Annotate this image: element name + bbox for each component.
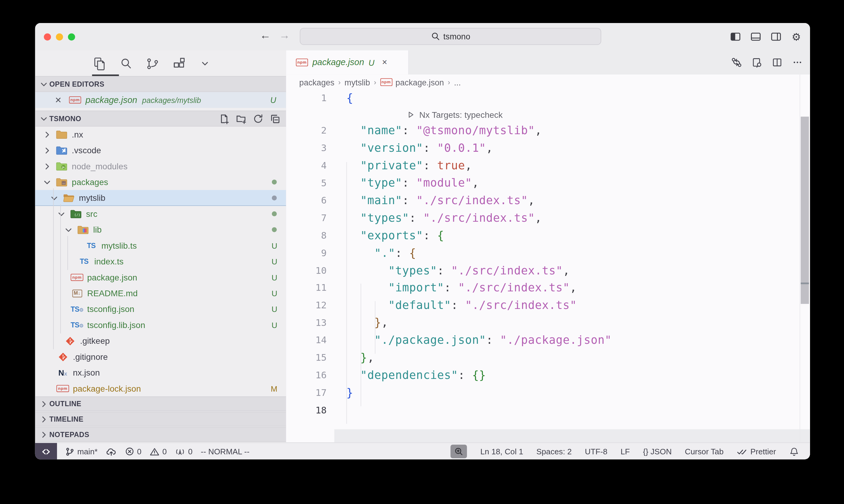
breadcrumb-item[interactable]: ... [454, 77, 461, 87]
tab-close-icon[interactable]: × [382, 57, 387, 68]
code-line-14[interactable]: 14 "./package.json": "./package.json" [286, 332, 810, 349]
code-line-5[interactable]: 5 "type": "module", [286, 175, 810, 192]
line-number: 6 [286, 192, 327, 210]
code-line-18[interactable]: 18 [286, 402, 810, 419]
tree-item-lib[interactable]: lib [35, 222, 286, 237]
status-zoom-plus[interactable] [451, 445, 467, 458]
tree-item-index-ts[interactable]: TSindex.tsU [35, 253, 286, 269]
new-file-button[interactable] [219, 113, 229, 124]
code-line-3[interactable]: 3 "version": "0.0.1", [286, 140, 810, 157]
status-git-branch[interactable]: main* [65, 447, 98, 456]
chevron-right-icon[interactable] [43, 130, 52, 139]
tree-item-tsconfig-json[interactable]: TS⚙tsconfig.jsonU [35, 301, 286, 317]
remote-indicator[interactable] [35, 443, 57, 460]
tree-item-tsconfig-lib-json[interactable]: TS⚙tsconfig.lib.jsonU [35, 317, 286, 333]
code-line-12[interactable]: 12 "default": "./src/index.ts" [286, 297, 810, 314]
code-line-8[interactable]: 8 "exports": { [286, 227, 810, 245]
status-ln-18-col-1[interactable]: Ln 18, Col 1 [480, 447, 523, 456]
tree-item-package-json[interactable]: npmpackage.jsonU [35, 269, 286, 285]
close-window-button[interactable] [44, 33, 51, 40]
chevron-down-icon[interactable] [43, 178, 52, 186]
forward-button[interactable]: → [277, 29, 292, 42]
breadcrumb-separator-icon: › [338, 78, 341, 86]
status-spaces-2[interactable]: Spaces: 2 [536, 447, 572, 456]
status-warning-triangle[interactable]: 0 [150, 447, 167, 456]
chevron-down-icon[interactable] [57, 209, 66, 218]
activity-explorer[interactable] [92, 55, 108, 71]
status-bell[interactable] [789, 447, 799, 456]
gear-button[interactable]: ⚙ [790, 31, 803, 43]
code-line-16[interactable]: 16 "dependencies": {} [286, 367, 810, 384]
timeline-section[interactable]: TIMELINE [35, 412, 286, 427]
breadcrumb-item[interactable]: packages [299, 77, 334, 87]
explorer-section-header[interactable]: TSMONO [35, 111, 286, 126]
tree-item--nx[interactable]: .nx [35, 127, 286, 142]
open-preview-button[interactable] [751, 56, 763, 69]
status-json[interactable]: {} JSON [643, 447, 672, 456]
new-folder-button[interactable] [236, 113, 246, 124]
code-line-11[interactable]: 11 "import": "./src/index.ts", [286, 280, 810, 297]
outline-section[interactable]: OUTLINE [35, 396, 286, 411]
activity-source-control[interactable] [144, 55, 160, 71]
command-center-search[interactable]: tsmono [300, 28, 601, 45]
status-check-double[interactable]: Prettier [737, 447, 776, 456]
status-error-circle[interactable]: 0 [125, 447, 141, 456]
code-line-10[interactable]: 10 "types": "./src/index.ts", [286, 262, 810, 280]
code-line-4[interactable]: 4 "private": true, [286, 157, 810, 175]
tab-package-json[interactable]: npm package.json U × [286, 50, 409, 74]
breadcrumb-item[interactable]: npmpackage.json [380, 77, 444, 87]
refresh-button[interactable] [253, 113, 263, 124]
code-line-17[interactable]: 17} [286, 384, 810, 402]
tree-item-src[interactable]: ⟨/⟩src [35, 206, 286, 222]
code-text: "default": "./src/index.ts" [327, 297, 576, 314]
code-line-2[interactable]: 2 "name": "@tsmono/mytslib", [286, 122, 810, 140]
open-changes-button[interactable] [730, 56, 743, 69]
status-normal[interactable]: -- NORMAL -- [201, 447, 249, 456]
status-cursor-tab[interactable]: Cursor Tab [685, 447, 724, 456]
more-actions-button[interactable] [791, 56, 803, 69]
zoom-window-button[interactable] [68, 33, 75, 40]
activity-search[interactable] [118, 55, 134, 71]
notepads-section[interactable]: NOTEPADS [35, 427, 286, 442]
panel-right-button[interactable] [770, 31, 782, 43]
activity-chevron-down[interactable] [197, 55, 213, 71]
split-editor-button[interactable] [771, 56, 783, 69]
tree-item--vscode[interactable]: .vscode [35, 142, 286, 158]
codelens-nx-targets[interactable]: Nx Targets: typecheck [407, 107, 503, 122]
code-line-13[interactable]: 13 }, [286, 314, 810, 332]
status-cloud-upload[interactable] [106, 447, 117, 456]
status-lf[interactable]: LF [621, 447, 630, 456]
tree-item-nx-json[interactable]: Nxnx.json [35, 365, 286, 380]
code-line-9[interactable]: 9 ".": { [286, 245, 810, 262]
activity-extensions[interactable] [171, 55, 187, 71]
code-line-7[interactable]: 7 "types": "./src/index.ts", [286, 210, 810, 227]
collapse-all-button[interactable] [270, 113, 280, 124]
status-utf-8[interactable]: UTF-8 [585, 447, 607, 456]
code-line-1[interactable]: 1{ [286, 90, 810, 107]
back-button[interactable]: ← [258, 29, 272, 42]
tree-item-mytslib-ts[interactable]: TSmytslib.tsU [35, 238, 286, 253]
chevron-right-icon[interactable] [43, 162, 52, 170]
code-area[interactable]: 1{Nx Targets: typecheck2 "name": "@tsmon… [286, 90, 810, 419]
minimize-window-button[interactable] [56, 33, 63, 40]
code-line-6[interactable]: 6 "main": "./src/index.ts", [286, 192, 810, 210]
close-icon[interactable]: ✕ [55, 95, 64, 105]
chevron-down-icon[interactable] [50, 194, 59, 202]
breadcrumb-item[interactable]: mytslib [344, 77, 370, 87]
tree-item--gitkeep[interactable]: .gitkeep [35, 333, 286, 348]
tree-item-package-lock-json[interactable]: npmpackage-lock.jsonM [35, 380, 286, 396]
tree-item-node-modules[interactable]: jsnode_modules [35, 158, 286, 174]
open-editor-item[interactable]: ✕ npm package.json packages/mytslib U [35, 92, 286, 108]
tree-item-mytslib[interactable]: mytslib [35, 190, 286, 206]
tree-item-packages[interactable]: packages [35, 174, 286, 190]
open-editors-header[interactable]: OPEN EDITORS [35, 76, 286, 92]
zoom-indicator-button[interactable] [451, 445, 467, 458]
tree-item--gitignore[interactable]: .gitignore [35, 349, 286, 365]
chevron-down-icon[interactable] [64, 226, 73, 234]
tree-item-readme-md[interactable]: M↓README.mdU [35, 285, 286, 301]
panel-left-button[interactable] [729, 31, 742, 43]
chevron-right-icon[interactable] [43, 146, 52, 155]
code-line-15[interactable]: 15 }, [286, 349, 810, 367]
status-broadcast[interactable]: 0 [175, 447, 192, 456]
panel-bottom-button[interactable] [750, 31, 762, 43]
